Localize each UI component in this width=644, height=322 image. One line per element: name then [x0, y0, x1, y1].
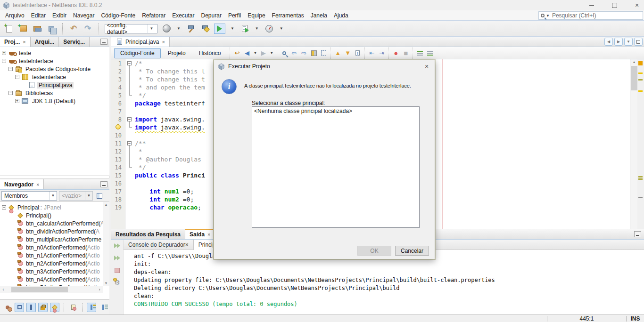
fold-collapse-icon[interactable]: − [127, 141, 132, 145]
last-edit-button[interactable]: ↩ [232, 48, 242, 58]
run-project-button[interactable] [214, 24, 225, 34]
warning-bulb-icon[interactable] [116, 124, 121, 129]
show-inherited-button[interactable] [3, 303, 12, 312]
menu-c-digo-fonte[interactable]: Código-Fonte [98, 11, 139, 20]
empty-filter-select[interactable]: <vazio>▼ [59, 191, 93, 201]
toggle-highlight-button[interactable] [309, 48, 319, 58]
shift-right-button[interactable]: ⇥ [377, 48, 387, 58]
menu-ferramentas[interactable]: Ferramentas [269, 11, 307, 20]
expander-icon[interactable]: − [8, 67, 13, 71]
fold-column[interactable]: − [124, 59, 135, 67]
scroll-down-icon[interactable]: ▼ [103, 281, 109, 286]
warning-mark[interactable] [638, 176, 643, 177]
fold-column[interactable] [124, 91, 135, 99]
debug-project-button[interactable] [239, 24, 250, 34]
profile-dropdown-icon[interactable]: ▼ [280, 26, 283, 31]
scroll-up-icon[interactable]: ▲ [630, 59, 638, 65]
scrollbar-thumb[interactable] [631, 66, 637, 90]
back-button[interactable]: ◀ [242, 48, 252, 58]
navigator-item-btn-n0actionperformed[interactable]: −btn_n0ActionPerformed(Actio [0, 243, 103, 251]
navigator-item-principal[interactable]: −Principal :: JPanel [0, 203, 103, 211]
tab-saida[interactable]: Saída× [185, 229, 215, 239]
list-item[interactable]: <Nenhuma classe principal localizada> [254, 108, 352, 114]
maximize-editor-icon[interactable] [634, 38, 643, 46]
navigator-item-principal[interactable]: −Principal() [0, 211, 103, 219]
expander-icon[interactable]: − [2, 205, 6, 209]
previous-occurrence-button[interactable]: ⇦ [289, 48, 299, 58]
find-selection-button[interactable] [279, 48, 289, 58]
chevron-down-icon[interactable]: ▼ [270, 51, 273, 55]
close-icon[interactable]: × [185, 242, 189, 248]
stop-macro-button[interactable]: ■ [401, 48, 411, 58]
menu-equipe[interactable]: Equipe [244, 11, 268, 20]
menu-perfil[interactable]: Perfil [225, 11, 244, 20]
tree-item-teste[interactable]: +teste [0, 49, 109, 57]
open-project-button[interactable] [32, 24, 42, 34]
view-codigo-fonte-button[interactable]: Código-Fonte [114, 48, 161, 58]
show-static-button[interactable] [26, 303, 36, 312]
tab-arquivos[interactable]: Arqui... [31, 37, 59, 47]
close-window-icon[interactable]: × [634, 2, 640, 8]
fold-collapse-icon[interactable]: − [127, 117, 132, 121]
tree-item-jdk-1-8-default[interactable]: +JDK 1.8 (Default) [0, 97, 109, 105]
tree-item-testeinterface[interactable]: −testeinterface [0, 73, 109, 81]
warning-mark[interactable] [638, 178, 643, 180]
main-class-list[interactable]: <Nenhuma classe principal localizada> [252, 106, 420, 228]
fold-collapse-icon[interactable]: − [127, 61, 132, 65]
ok-button[interactable]: OK [357, 246, 391, 256]
navigator-item-btn-calcularactionperformed[interactable]: −btn_calcularActionPerformed(Actio [0, 219, 103, 227]
chevron-down-icon[interactable]: ▼ [49, 192, 57, 200]
navigator-horizontal-scrollbar[interactable]: ‹ › [0, 286, 103, 293]
fold-column[interactable]: − [124, 139, 135, 147]
tab-list-dropdown-icon[interactable]: ▼ [624, 38, 633, 46]
uncomment-button[interactable] [425, 48, 435, 58]
tree-item-principal-java[interactable]: −Principal.java [0, 81, 109, 89]
menu-janela[interactable]: Janela [307, 11, 330, 20]
tab-projetos[interactable]: Proj...× [0, 37, 31, 47]
build-project-button[interactable] [186, 24, 196, 34]
tab-servicos[interactable]: Serviç... [59, 37, 90, 47]
sort-by-source-button[interactable] [99, 303, 108, 312]
rerun-with-options-button[interactable] [113, 254, 122, 262]
maximize-window-icon[interactable] [611, 2, 618, 8]
menu-exibir[interactable]: Exibir [49, 11, 70, 20]
navigator-item-btn-multiplicaractionperforme[interactable]: −btn_multiplicarActionPerforme [0, 235, 103, 243]
new-filter-button[interactable] [68, 303, 78, 312]
fold-column[interactable] [124, 83, 135, 91]
close-icon[interactable]: × [36, 182, 39, 187]
search-input[interactable]: ▼ Pesquisar (Ctrl+I) [538, 11, 643, 20]
minimize-panel-icon[interactable] [634, 231, 641, 237]
expander-icon[interactable]: − [15, 75, 19, 79]
minimize-window-icon[interactable] [588, 2, 595, 8]
new-project-button[interactable] [18, 24, 28, 34]
menu-arquivo[interactable]: Arquivo [2, 11, 28, 20]
show-fields-button[interactable] [15, 303, 24, 312]
chevron-down-icon[interactable]: ▼ [177, 26, 181, 31]
ant-settings-button[interactable]: ⚙ [113, 278, 122, 287]
navigator-item-btn-n1actionperformed[interactable]: −btn_n1ActionPerformed(Actio [0, 251, 103, 259]
sort-by-visibility-button[interactable] [87, 303, 96, 312]
show-non-public-button[interactable] [38, 303, 48, 312]
stop-build-button[interactable] [113, 266, 122, 274]
expander-icon[interactable]: + [2, 51, 6, 55]
tree-item-bibliotecas[interactable]: −Bibliotecas [0, 89, 109, 97]
navigator-item-btn-n2actionperformed[interactable]: −btn_n2ActionPerformed(Actio [0, 259, 103, 267]
show-inner-classes-button[interactable] [50, 303, 59, 312]
search-dropdown-icon[interactable]: ▼ [546, 14, 550, 18]
debug-dropdown-icon[interactable]: ▼ [255, 26, 259, 31]
redo-button[interactable]: ↷ [83, 24, 93, 34]
comment-button[interactable] [415, 48, 425, 58]
save-all-button[interactable] [46, 24, 57, 34]
scroll-right-icon[interactable]: › [96, 286, 103, 293]
tab-console-depurador[interactable]: Console do Depurador× [124, 240, 194, 250]
toggle-bookmark-button[interactable] [353, 48, 363, 58]
scroll-tabs-right-icon[interactable]: ▶ [614, 38, 623, 46]
fold-column[interactable] [124, 75, 135, 83]
fold-column[interactable] [124, 123, 135, 131]
output-console[interactable]: ant -f C:\\Users\\Douglasinit:deps-clean… [124, 250, 644, 314]
cancel-button[interactable]: Cancelar [395, 246, 429, 256]
menu-navegar[interactable]: Navegar [70, 11, 98, 20]
tree-item-pacotes-de-c-digos-fonte[interactable]: −Pacotes de Códigos-fonte [0, 65, 109, 73]
config-select[interactable]: <config. default> ▼ [105, 24, 157, 33]
minimize-panel-icon[interactable] [100, 39, 107, 45]
